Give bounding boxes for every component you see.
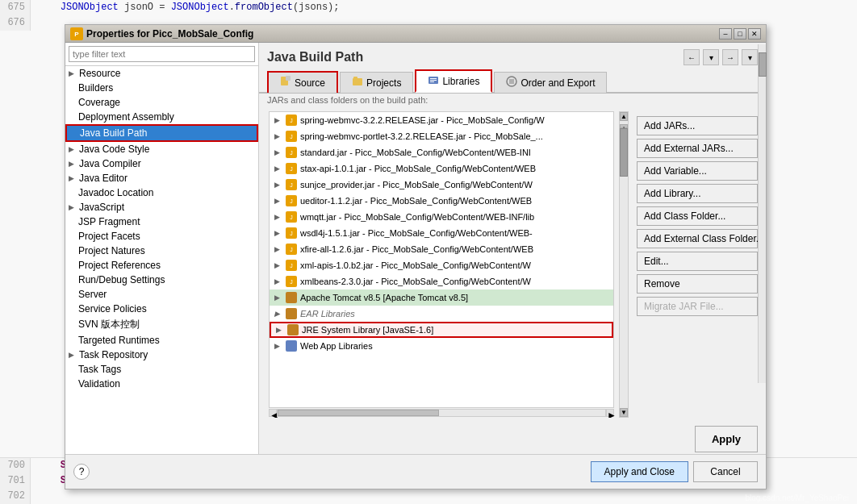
nav-back-button[interactable]: ← <box>684 49 700 65</box>
item-label: spring-webmvc-portlet-3.2.2.RELEASE.jar … <box>300 131 543 141</box>
sidebar-item-project-facets[interactable]: Project Facets <box>65 229 258 244</box>
list-item-ear[interactable]: ▶ EAR Libraries <box>270 306 613 322</box>
list-item-xfire[interactable]: ▶ J xfire-all-1.2.6.jar - Picc_MobSale_C… <box>270 241 613 257</box>
cancel-button[interactable]: Cancel <box>693 461 758 482</box>
item-arrow: ▶ <box>274 132 282 140</box>
sidebar-item-javascript[interactable]: ▶ JavaScript <box>65 200 258 215</box>
item-arrow: ▶ <box>274 181 282 189</box>
scroll-down-arrow[interactable]: ▼ <box>620 408 628 417</box>
sidebar-item-server[interactable]: Server <box>65 287 258 302</box>
list-item-spring-portlet[interactable]: ▶ J spring-webmvc-portlet-3.2.2.RELEASE.… <box>270 128 613 144</box>
sidebar-item-validation[interactable]: Validation <box>65 377 258 391</box>
list-item-stax[interactable]: ▶ J stax-api-1.0.1.jar - Picc_MobSale_Co… <box>270 160 613 177</box>
list-item-wsdl4j[interactable]: ▶ J wsdl4j-1.5.1.jar - Picc_MobSale_Conf… <box>270 225 613 241</box>
item-label: wmqtt.jar - Picc_MobSale_Config/WebConte… <box>300 212 534 222</box>
add-jars-button[interactable]: Add JARs... <box>637 116 758 135</box>
hscroll-track[interactable] <box>277 409 606 417</box>
jar-icon: J <box>286 115 297 126</box>
sidebar-item-svn[interactable]: SVN 版本控制 <box>65 316 258 333</box>
list-item-standard[interactable]: ▶ J standard.jar - Picc_MobSale_Config/W… <box>270 144 613 160</box>
tab-source[interactable]: Source <box>267 71 338 93</box>
list-scrollbar[interactable]: ▲ | ▼ <box>619 111 629 418</box>
hscroll-right-arrow[interactable]: ► <box>606 409 614 417</box>
panel-title: Java Build Path <box>267 50 363 65</box>
close-button[interactable]: ✕ <box>748 28 761 40</box>
sidebar-item-coverage[interactable]: Coverage <box>65 95 258 110</box>
sidebar-item-java-editor[interactable]: ▶ Java Editor <box>65 171 258 185</box>
tab-source-label: Source <box>295 77 325 89</box>
apply-button[interactable]: Apply <box>695 426 758 452</box>
sidebar-item-jsp-fragment[interactable]: JSP Fragment <box>65 215 258 229</box>
add-class-folder-button[interactable]: Add Class Folder... <box>637 206 758 226</box>
list-item-spring-webmvc[interactable]: ▶ J spring-webmvc-3.2.2.RELEASE.jar - Pi… <box>270 112 613 128</box>
add-variable-button[interactable]: Add Variable... <box>637 161 758 181</box>
remove-button[interactable]: Remove <box>637 274 758 294</box>
item-arrow: ▶ <box>274 213 282 221</box>
add-library-button[interactable]: Add Library... <box>637 184 758 203</box>
item-label: wsdl4j-1.5.1.jar - Picc_MobSale_Config/W… <box>300 228 533 238</box>
item-label: sunjce_provider.jar - Picc_MobSale_Confi… <box>300 180 533 190</box>
sidebar-item-task-repository[interactable]: ▶ Task Repository <box>65 348 258 362</box>
sidebar-item-task-tags[interactable]: Task Tags <box>65 362 258 377</box>
sidebar-item-targeted-runtimes[interactable]: Targeted Runtimes <box>65 333 258 348</box>
right-buttons: Add JARs... Add External JARs... Add Var… <box>629 111 766 418</box>
hscroll-left-arrow[interactable]: ◄ <box>269 409 277 417</box>
list-item-xml-apis[interactable]: ▶ J xml-apis-1.0.b2.jar - Picc_MobSale_C… <box>270 257 613 273</box>
nav-dropdown-button[interactable]: ▾ <box>703 49 719 65</box>
tab-libraries[interactable]: Libraries <box>415 69 492 93</box>
dialog-body: ▶ Resource Builders Coverage Deployment … <box>65 43 766 454</box>
item-arrow: ▶ <box>274 277 282 285</box>
item-arrow: ▶ <box>274 165 282 173</box>
tab-projects[interactable]: Projects <box>340 72 413 93</box>
watermark: blog.csdn.net/Mr_YeShaoPei <box>745 494 849 502</box>
list-item-sunjce[interactable]: ▶ J sunjce_provider.jar - Picc_MobSale_C… <box>270 177 613 193</box>
horizontal-scrollbar[interactable]: ◄ ► <box>269 408 614 418</box>
nav-menu-button[interactable]: ▾ <box>742 49 758 65</box>
item-arrow: ▶ <box>274 148 282 156</box>
tab-projects-icon <box>352 76 363 90</box>
sidebar-item-service-policies[interactable]: Service Policies <box>65 302 258 316</box>
sidebar-item-resource[interactable]: ▶ Resource <box>65 66 258 81</box>
scroll-thumb[interactable] <box>620 128 628 177</box>
list-item-ueditor[interactable]: ▶ J ueditor-1.1.2.jar - Picc_MobSale_Con… <box>270 193 613 209</box>
apply-and-close-button[interactable]: Apply and Close <box>591 461 688 482</box>
expand-arrow: ▶ <box>69 174 77 182</box>
sidebar-item-project-references[interactable]: Project References <box>65 258 258 273</box>
list-item-webapp-libs[interactable]: ▶ Web App Libraries <box>270 338 613 354</box>
hscroll-thumb[interactable] <box>278 410 439 416</box>
sidebar-item-deployment[interactable]: Deployment Assembly <box>65 110 258 124</box>
list-item-xmlbeans[interactable]: ▶ J xmlbeans-2.3.0.jar - Picc_MobSale_Co… <box>270 273 613 289</box>
edit-button[interactable]: Edit... <box>637 252 758 271</box>
sidebar-item-project-natures[interactable]: Project Natures <box>65 244 258 258</box>
jar-icon: J <box>286 195 297 206</box>
filter-input[interactable] <box>69 46 255 62</box>
list-item-wmqtt[interactable]: ▶ J wmqtt.jar - Picc_MobSale_Config/WebC… <box>270 209 613 225</box>
minimize-button[interactable]: – <box>719 28 732 40</box>
sidebar-item-java-build-path[interactable]: Java Build Path <box>65 124 258 142</box>
add-external-class-folder-button[interactable]: Add External Class Folder... <box>637 229 758 248</box>
help-button[interactable]: ? <box>73 464 90 480</box>
tab-order-export[interactable]: Order and Export <box>494 72 607 93</box>
sidebar-item-builders[interactable]: Builders <box>65 81 258 95</box>
sidebar-item-java-code-style[interactable]: ▶ Java Code Style <box>65 142 258 156</box>
maximize-button[interactable]: □ <box>734 28 746 40</box>
sidebar-label: Task Tags <box>78 364 121 375</box>
libraries-list[interactable]: ▶ J spring-webmvc-3.2.2.RELEASE.jar - Pi… <box>269 111 614 408</box>
migrate-jar-button[interactable]: Migrate JAR File... <box>637 297 758 316</box>
nav-forward-button[interactable]: → <box>722 49 738 65</box>
list-item-tomcat[interactable]: ▶ Apache Tomcat v8.5 [Apache Tomcat v8.5… <box>270 289 613 306</box>
item-arrow: ▶ <box>274 197 282 205</box>
sidebar-item-javadoc[interactable]: Javadoc Location <box>65 185 258 200</box>
sidebar-item-run-debug[interactable]: Run/Debug Settings <box>65 273 258 287</box>
sidebar-item-java-compiler[interactable]: ▶ Java Compiler <box>65 156 258 171</box>
tab-libraries-label: Libraries <box>442 76 479 87</box>
jre-icon <box>287 324 299 335</box>
code-line-675: 675 JSONObject jsonO = JSONObject.fromOb… <box>0 0 857 15</box>
tab-order-label: Order and Export <box>520 77 595 89</box>
help-icon-label: ? <box>79 466 85 477</box>
list-item-jre[interactable]: ▶ JRE System Library [JavaSE-1.6] <box>270 322 613 338</box>
sidebar-label: Run/Debug Settings <box>78 274 165 285</box>
scroll-up-arrow[interactable]: ▲ <box>620 112 628 121</box>
add-external-jars-button[interactable]: Add External JARs... <box>637 139 758 158</box>
dialog-controls: – □ ✕ <box>719 28 761 40</box>
